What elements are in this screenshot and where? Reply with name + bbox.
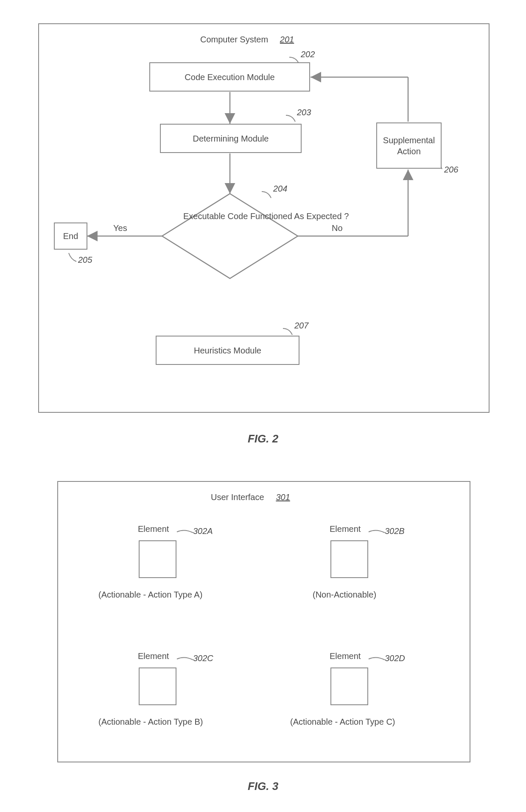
el-d-cap: (Actionable - Action Type C) <box>290 717 395 727</box>
el-c-cap: (Actionable - Action Type B) <box>98 717 203 727</box>
node-heuristics-label: Heuristics Module <box>194 345 261 356</box>
ref-203: 203 <box>297 108 311 117</box>
node-determining-label: Determining Module <box>193 133 269 144</box>
node-end-label: End <box>63 231 78 242</box>
el-b-label: Element <box>330 524 361 534</box>
node-decision: Executable Code Functioned As Expected ? <box>183 211 277 222</box>
node-supplemental: Supplemental Action <box>376 122 442 169</box>
node-supplemental-label: Supplemental Action <box>377 135 441 157</box>
el-d-box <box>330 667 368 705</box>
node-determining: Determining Module <box>160 124 302 153</box>
node-heuristics: Heuristics Module <box>156 336 299 365</box>
el-c-box <box>139 667 176 705</box>
ref-204: 204 <box>273 184 287 194</box>
el-a-cap: (Actionable - Action Type A) <box>98 590 202 600</box>
el-b-box <box>330 540 368 578</box>
edge-no: No <box>332 223 343 233</box>
ref-207: 207 <box>294 321 308 331</box>
ref-206: 206 <box>444 165 458 175</box>
node-decision-label: Executable Code Functioned As Expected ? <box>183 211 349 221</box>
node-code-exec-label: Code Execution Module <box>185 72 274 83</box>
node-code-exec: Code Execution Module <box>149 62 310 92</box>
el-b-cap: (Non-Actionable) <box>313 590 376 600</box>
el-d-label: Element <box>330 651 361 661</box>
svg-marker-7 <box>162 194 298 278</box>
el-a-ref: 302A <box>193 526 213 536</box>
fig3-caption: FIG. 3 <box>0 780 526 793</box>
el-c-label: Element <box>138 651 169 661</box>
fig2-panel: Computer System 201 <box>38 23 490 413</box>
edge-yes: Yes <box>113 223 127 233</box>
el-c-ref: 302C <box>193 653 213 663</box>
el-a-label: Element <box>138 524 169 534</box>
el-d-ref: 302D <box>385 653 405 663</box>
ref-202: 202 <box>301 50 315 59</box>
fig2-caption: FIG. 2 <box>0 432 526 445</box>
el-b-ref: 302B <box>385 526 405 536</box>
node-end: End <box>54 222 87 250</box>
ref-205: 205 <box>78 255 92 265</box>
el-a-box <box>139 540 176 578</box>
fig3-panel: User Interface 301 Element 302A (Actiona… <box>57 481 470 762</box>
